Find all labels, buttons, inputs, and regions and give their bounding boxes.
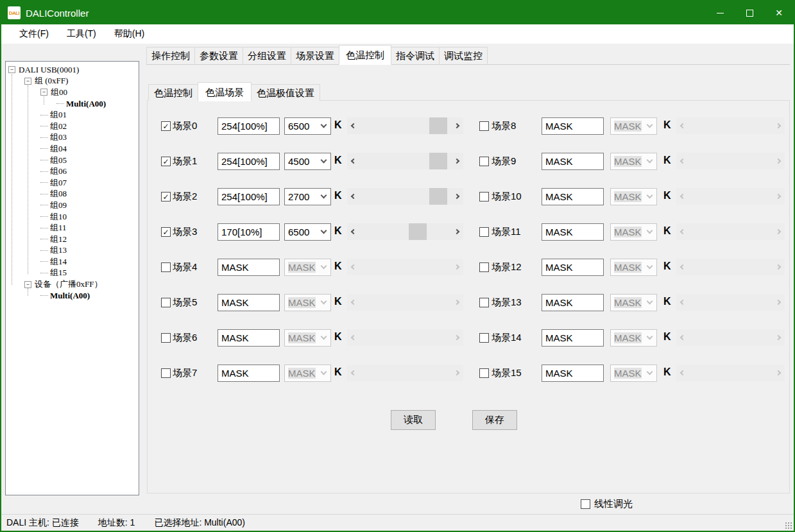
- main-tab-1[interactable]: 参数设置: [194, 47, 243, 64]
- scene-cct-scrollbar[interactable]: [676, 153, 785, 169]
- maximize-button[interactable]: [735, 1, 764, 24]
- scene-checkbox[interactable]: [479, 333, 489, 343]
- save-button[interactable]: 保存: [472, 410, 517, 430]
- tree-item[interactable]: −DALI USB(0001): [6, 64, 139, 76]
- tree-item[interactable]: 组13: [6, 245, 139, 257]
- scroll-right-icon[interactable]: [774, 294, 785, 311]
- sub-tab-2[interactable]: 色温极值设置: [251, 84, 320, 101]
- scene-checkbox[interactable]: [479, 157, 489, 166]
- scroll-right-icon[interactable]: [774, 329, 785, 346]
- scene-level-input[interactable]: [542, 153, 604, 170]
- tree-expander-icon[interactable]: −: [24, 281, 31, 288]
- scroll-track[interactable]: [687, 223, 774, 240]
- scene-checkbox[interactable]: [479, 227, 489, 237]
- scene-checkbox[interactable]: [479, 121, 489, 131]
- tree-item[interactable]: 组06: [6, 166, 139, 177]
- tree-item[interactable]: 组10: [6, 211, 139, 223]
- scroll-right-icon[interactable]: [774, 117, 785, 134]
- scene-level-input[interactable]: [542, 117, 604, 135]
- tree-item[interactable]: 组01: [6, 109, 139, 121]
- tree-item[interactable]: 组07: [6, 177, 139, 189]
- tree-item[interactable]: 组02: [6, 121, 139, 132]
- scene-checkbox[interactable]: [479, 298, 489, 307]
- scroll-right-icon[interactable]: [774, 188, 785, 205]
- tree-expander-icon[interactable]: −: [40, 89, 47, 96]
- device-tree-panel[interactable]: −DALI USB(0001)−组 (0xFF)−组00Multi(A00)组0…: [5, 61, 139, 495]
- tree-item[interactable]: −组00: [6, 87, 139, 98]
- close-button[interactable]: ✕: [764, 1, 794, 24]
- tree-item[interactable]: 组03: [6, 132, 139, 144]
- tree-item[interactable]: 组15: [6, 268, 139, 279]
- scroll-right-icon[interactable]: [774, 153, 785, 169]
- scroll-right-icon[interactable]: [774, 259, 785, 275]
- main-tab-3[interactable]: 场景设置: [291, 47, 339, 64]
- minimize-button[interactable]: [705, 1, 735, 24]
- scroll-track[interactable]: [687, 117, 774, 134]
- scroll-right-icon[interactable]: [774, 365, 785, 381]
- scene-cct-scrollbar[interactable]: [676, 223, 785, 240]
- scene-cct-scrollbar[interactable]: [676, 188, 785, 205]
- scroll-track[interactable]: [687, 188, 774, 205]
- tree-item[interactable]: −组 (0xFF): [6, 76, 139, 87]
- scene-checkbox[interactable]: [479, 192, 489, 202]
- resize-grip[interactable]: [785, 522, 792, 529]
- scene-cct-dropdown[interactable]: MASK: [610, 329, 657, 347]
- scroll-left-icon[interactable]: [676, 153, 687, 169]
- scene-cct-dropdown[interactable]: MASK: [610, 365, 657, 382]
- menu-item-0[interactable]: 文件(F): [10, 25, 58, 43]
- scene-cct-dropdown[interactable]: MASK: [610, 153, 657, 170]
- scene-checkbox[interactable]: [479, 368, 489, 378]
- scene-checkbox[interactable]: [479, 262, 489, 272]
- tree-item[interactable]: Multi(A00): [6, 98, 139, 110]
- tree-item[interactable]: −设备（广播0xFF）: [6, 279, 139, 290]
- tree-expander-icon[interactable]: −: [8, 66, 15, 73]
- scene-cct-dropdown[interactable]: MASK: [610, 117, 657, 135]
- scene-level-input[interactable]: [542, 188, 604, 205]
- scroll-left-icon[interactable]: [676, 365, 687, 381]
- scene-cct-scrollbar[interactable]: [676, 117, 785, 134]
- tree-item[interactable]: 组09: [6, 200, 139, 211]
- main-tab-5[interactable]: 指令调试: [391, 47, 440, 64]
- tree-item[interactable]: 组05: [6, 155, 139, 166]
- main-tab-6[interactable]: 调试监控: [439, 47, 488, 64]
- scene-level-input[interactable]: [542, 294, 604, 311]
- scroll-track[interactable]: [687, 294, 774, 311]
- linear-dimming-checkbox[interactable]: [581, 499, 590, 509]
- scroll-left-icon[interactable]: [676, 329, 687, 346]
- scroll-track[interactable]: [687, 329, 774, 346]
- scroll-track[interactable]: [687, 365, 774, 381]
- main-tab-2[interactable]: 分组设置: [243, 47, 291, 64]
- scroll-left-icon[interactable]: [676, 223, 687, 240]
- scene-cct-dropdown[interactable]: MASK: [610, 294, 657, 311]
- scene-cct-scrollbar[interactable]: [676, 365, 785, 381]
- scroll-track[interactable]: [687, 153, 774, 169]
- tree-item[interactable]: 组08: [6, 189, 139, 200]
- scene-level-input[interactable]: [542, 365, 604, 382]
- scene-cct-dropdown[interactable]: MASK: [610, 188, 657, 205]
- tree-expander-icon[interactable]: −: [24, 78, 31, 85]
- tree-item[interactable]: 组14: [6, 256, 139, 268]
- tree-item[interactable]: 组04: [6, 143, 139, 155]
- scroll-track[interactable]: [687, 259, 774, 275]
- scene-level-input[interactable]: [542, 329, 604, 347]
- main-tab-0[interactable]: 操作控制: [146, 47, 195, 64]
- scroll-left-icon[interactable]: [676, 117, 687, 134]
- menu-item-1[interactable]: 工具(T): [58, 25, 105, 43]
- menu-item-2[interactable]: 帮助(H): [105, 25, 153, 43]
- tree-item[interactable]: 组11: [6, 222, 139, 234]
- scene-cct-scrollbar[interactable]: [676, 259, 785, 275]
- sub-tab-1[interactable]: 色温场景: [198, 82, 252, 101]
- scene-cct-dropdown[interactable]: MASK: [610, 223, 657, 241]
- tree-item[interactable]: 组12: [6, 234, 139, 245]
- scene-level-input[interactable]: [542, 259, 604, 276]
- scene-cct-scrollbar[interactable]: [676, 294, 785, 311]
- main-tab-4[interactable]: 色温控制: [339, 45, 391, 65]
- scroll-left-icon[interactable]: [676, 259, 687, 275]
- sub-tab-0[interactable]: 色温控制: [148, 84, 198, 101]
- scroll-left-icon[interactable]: [676, 294, 687, 311]
- scroll-right-icon[interactable]: [774, 223, 785, 240]
- read-button[interactable]: 读取: [391, 410, 436, 430]
- scene-cct-scrollbar[interactable]: [676, 329, 785, 346]
- scene-level-input[interactable]: [542, 223, 604, 241]
- scene-cct-dropdown[interactable]: MASK: [610, 259, 657, 276]
